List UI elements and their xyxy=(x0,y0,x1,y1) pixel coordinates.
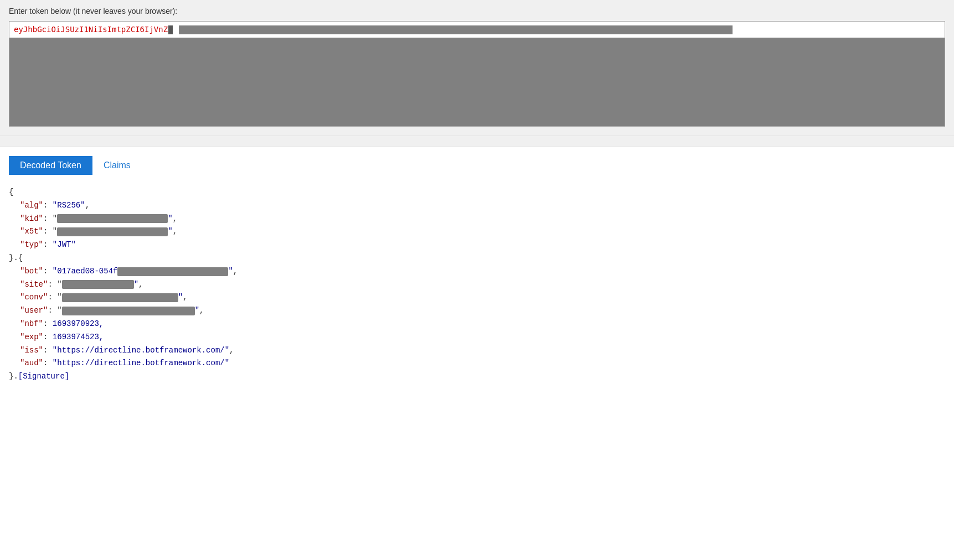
user-key: "user" xyxy=(20,304,48,318)
nbf-value: 1693970923, xyxy=(53,318,104,331)
typ-key: "typ" xyxy=(20,238,43,252)
bot-key: "bot" xyxy=(20,265,43,278)
alg-colon: : xyxy=(43,199,53,212)
user-redacted xyxy=(62,307,195,315)
kid-comma: , xyxy=(173,212,177,226)
json-user-line: "user" : " " , xyxy=(9,304,945,318)
conv-colon: : " xyxy=(48,291,61,304)
conv-key: "conv" xyxy=(20,291,48,304)
aud-value: "https://directline.botframework.com/" xyxy=(53,357,229,370)
json-bot-line: "bot" : "017aed08-054f " , xyxy=(9,265,945,278)
aud-key: "aud" xyxy=(20,357,43,370)
kid-redacted xyxy=(57,214,168,223)
json-open-brace: { xyxy=(9,186,945,199)
json-site-line: "site" : " " , xyxy=(9,278,945,292)
alg-key: "alg" xyxy=(20,199,43,212)
open-brace: { xyxy=(9,186,13,199)
alg-value: "RS256" xyxy=(53,199,85,212)
tab-claims[interactable]: Claims xyxy=(92,156,142,175)
token-redacted xyxy=(179,25,733,34)
json-exp-line: "exp" : 1693974523, xyxy=(9,331,945,344)
json-close-signature: }. [Signature] xyxy=(9,370,945,383)
x5t-close-quote: " xyxy=(168,225,172,238)
nbf-colon: : xyxy=(43,318,53,331)
json-close-open: }. { xyxy=(9,252,945,265)
json-alg-line: "alg" : "RS256" , xyxy=(9,199,945,212)
kid-colon: : " xyxy=(43,212,57,226)
aud-colon: : xyxy=(43,357,53,370)
open-brace2: { xyxy=(18,252,23,265)
json-iss-line: "iss" : "https://directline.botframework… xyxy=(9,344,945,357)
iss-colon: : xyxy=(43,344,53,357)
decoded-token-content: { "alg" : "RS256" , "kid" : " " , "x5t" … xyxy=(0,175,954,395)
user-comma: , xyxy=(199,304,204,318)
json-kid-line: "kid" : " " , xyxy=(9,212,945,226)
json-nbf-line: "nbf" : 1693970923, xyxy=(9,318,945,331)
site-key: "site" xyxy=(20,278,48,292)
typ-colon: : xyxy=(43,238,53,252)
exp-colon: : xyxy=(43,331,53,344)
tab-decoded-token[interactable]: Decoded Token xyxy=(9,156,92,175)
bot-colon: : xyxy=(43,265,53,278)
token-cursor xyxy=(168,25,173,34)
close-brace: }. xyxy=(9,370,18,383)
site-colon: : " xyxy=(48,278,61,292)
user-close-quote: " xyxy=(195,304,199,318)
x5t-key: "x5t" xyxy=(20,225,43,238)
token-rest-area[interactable] xyxy=(9,38,945,126)
close-open: }. xyxy=(9,252,18,265)
tabs-bar: Decoded Token Claims xyxy=(0,156,954,175)
bot-comma: , xyxy=(233,265,238,278)
bot-redacted xyxy=(117,267,228,276)
conv-redacted xyxy=(62,293,178,302)
site-redacted xyxy=(62,280,134,289)
x5t-redacted xyxy=(57,227,168,236)
middle-gap xyxy=(0,136,954,147)
kid-key: "kid" xyxy=(20,212,43,226)
site-comma: , xyxy=(138,278,143,292)
token-text: eyJhbGciOiJSUzI1NiIsImtpZCI6IjVnZ xyxy=(14,25,168,34)
bot-value-partial: "017aed08-054f xyxy=(53,265,118,278)
exp-key: "exp" xyxy=(20,331,43,344)
token-first-line: eyJhbGciOiJSUzI1NiIsImtpZCI6IjVnZ xyxy=(9,22,945,38)
site-close-quote: " xyxy=(134,278,138,292)
x5t-comma: , xyxy=(173,225,177,238)
instruction-label: Enter token below (it never leaves your … xyxy=(9,7,945,15)
x5t-colon: : " xyxy=(43,225,57,238)
token-input-wrapper[interactable]: eyJhbGciOiJSUzI1NiIsImtpZCI6IjVnZ xyxy=(9,21,945,127)
iss-key: "iss" xyxy=(20,344,43,357)
user-colon: : " xyxy=(48,304,61,318)
iss-comma: , xyxy=(229,344,234,357)
conv-close-quote: " xyxy=(178,291,183,304)
json-conv-line: "conv" : " " , xyxy=(9,291,945,304)
tabs-section: Decoded Token Claims { "alg" : "RS256" ,… xyxy=(0,147,954,395)
kid-close-quote: " xyxy=(168,212,172,226)
alg-comma: , xyxy=(85,199,90,212)
json-aud-line: "aud" : "https://directline.botframework… xyxy=(9,357,945,370)
top-section: Enter token below (it never leaves your … xyxy=(0,0,954,136)
json-typ-line: "typ" : "JWT" xyxy=(9,238,945,252)
bot-close-quote: " xyxy=(228,265,233,278)
json-x5t-line: "x5t" : " " , xyxy=(9,225,945,238)
typ-value: "JWT" xyxy=(53,238,76,252)
nbf-key: "nbf" xyxy=(20,318,43,331)
conv-comma: , xyxy=(183,291,187,304)
iss-value: "https://directline.botframework.com/" xyxy=(53,344,229,357)
exp-value: 1693974523, xyxy=(53,331,104,344)
signature-label: [Signature] xyxy=(18,370,69,383)
